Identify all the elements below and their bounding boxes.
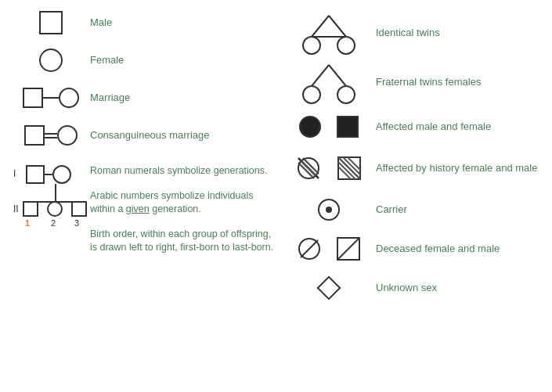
affected-female-icon bbox=[299, 116, 321, 138]
child1-number: 1 bbox=[25, 218, 30, 228]
child2-female-icon bbox=[47, 201, 63, 217]
history-affected-icon bbox=[296, 156, 362, 181]
carrier-icon bbox=[316, 197, 341, 222]
male-symbol bbox=[12, 11, 90, 34]
svg-line-6 bbox=[329, 65, 346, 86]
deceased-female-icon bbox=[297, 236, 322, 261]
carrier-label: Carrier bbox=[376, 203, 548, 217]
roman-numeral-I: I bbox=[13, 168, 16, 179]
history-affected-label: Affected by history female and male bbox=[376, 162, 548, 175]
child3-number: 3 bbox=[74, 218, 79, 228]
family-vertical-line bbox=[55, 184, 56, 201]
double-line-bottom bbox=[45, 137, 57, 138]
history-affected-male-icon bbox=[337, 156, 362, 181]
deceased-label: Deceased female and male bbox=[376, 243, 548, 256]
svg-line-20 bbox=[338, 157, 360, 179]
roman-numerals-label: Roman numerals symbolize generations. bbox=[90, 165, 268, 176]
deceased-symbol bbox=[282, 236, 376, 261]
double-line-top bbox=[45, 133, 57, 135]
affected-icon bbox=[299, 116, 359, 138]
history-affected-female-icon bbox=[296, 156, 321, 181]
fraternal-twins-label: Fraternal twins females bbox=[376, 76, 548, 89]
marriage-symbol bbox=[12, 88, 90, 108]
affected-label: Affected male and female bbox=[376, 120, 548, 134]
svg-point-3 bbox=[303, 37, 320, 54]
birth-order-label: Birth order, within each group of offspr… bbox=[90, 228, 273, 253]
carrier-row: Carrier bbox=[282, 193, 548, 226]
female-symbol bbox=[12, 49, 90, 72]
deceased-male-icon bbox=[336, 236, 361, 261]
svg-line-28 bbox=[301, 240, 318, 257]
marriage-circle-icon bbox=[59, 88, 79, 108]
svg-point-7 bbox=[303, 86, 320, 103]
child1-male-icon bbox=[23, 201, 38, 217]
female-circle-icon bbox=[39, 49, 63, 72]
identical-twins-symbol bbox=[282, 12, 376, 55]
deceased-icon bbox=[297, 236, 361, 261]
identical-twins-label: Identical twins bbox=[376, 27, 548, 40]
child2-number: 2 bbox=[51, 218, 56, 228]
consanguineous-label: Consanguineous marriage bbox=[90, 129, 209, 142]
identical-twins-row: Identical twins bbox=[282, 12, 548, 55]
roman-numerals-row: I II 1 bbox=[12, 158, 278, 254]
consanguineous-icon bbox=[24, 125, 78, 146]
roman-numerals-labels: Roman numerals symbolize generations. Ar… bbox=[90, 158, 278, 254]
svg-line-30 bbox=[337, 238, 359, 260]
svg-line-0 bbox=[312, 16, 329, 37]
fraternal-twins-icon bbox=[298, 61, 360, 104]
family-tree-icon: I II 1 bbox=[12, 160, 90, 231]
unknown-sex-symbol bbox=[282, 279, 376, 297]
family-tree-symbol: I II 1 bbox=[12, 158, 90, 232]
unknown-sex-icon bbox=[316, 275, 341, 300]
history-affected-row: Affected by history female and male bbox=[282, 149, 548, 187]
marriage-icon bbox=[23, 88, 79, 108]
right-column: Identical twins Fraternal twins females bbox=[278, 8, 548, 384]
child3-male-icon bbox=[71, 201, 87, 217]
parent-female-icon bbox=[52, 165, 71, 184]
fraternal-twins-row: Fraternal twins females bbox=[282, 61, 548, 104]
affected-male-icon bbox=[337, 116, 359, 138]
male-row: Male bbox=[12, 8, 278, 38]
marriage-label: Marriage bbox=[90, 92, 130, 105]
marriage-line-icon bbox=[43, 97, 59, 99]
female-row: Female bbox=[12, 45, 278, 75]
marriage-square-icon bbox=[23, 88, 43, 108]
consang-circle-icon bbox=[57, 125, 78, 146]
male-label: Male bbox=[90, 16, 112, 30]
affected-symbol bbox=[282, 116, 376, 138]
roman-numeral-II: II bbox=[13, 203, 19, 214]
fraternal-twins-symbol bbox=[282, 61, 376, 104]
svg-line-5 bbox=[312, 65, 329, 86]
legend-container: Male Female Marriage bbox=[0, 0, 552, 392]
svg-point-26 bbox=[326, 207, 332, 213]
history-affected-symbol bbox=[282, 156, 376, 181]
svg-point-8 bbox=[337, 86, 355, 103]
identical-twins-icon bbox=[298, 12, 360, 55]
marriage-row: Marriage bbox=[12, 83, 278, 113]
consanguineous-symbol bbox=[12, 125, 90, 146]
affected-row: Affected male and female bbox=[282, 110, 548, 143]
svg-point-4 bbox=[337, 37, 355, 54]
unknown-sex-label: Unknown sex bbox=[376, 282, 548, 295]
female-label: Female bbox=[90, 54, 124, 67]
double-line-icon bbox=[45, 133, 57, 138]
unknown-sex-row: Unknown sex bbox=[282, 272, 548, 304]
svg-line-1 bbox=[329, 16, 346, 37]
left-column: Male Female Marriage bbox=[4, 8, 278, 384]
deceased-row: Deceased female and male bbox=[282, 232, 548, 265]
arabic-numbers-label: Arabic numbers symbolize individuals wit… bbox=[90, 190, 253, 214]
carrier-symbol bbox=[282, 197, 376, 222]
parent-male-icon bbox=[26, 165, 45, 184]
parent-marriage-line bbox=[45, 174, 52, 175]
consang-square-icon bbox=[24, 125, 45, 146]
male-square-icon bbox=[39, 11, 63, 34]
consanguineous-row: Consanguineous marriage bbox=[12, 120, 278, 150]
